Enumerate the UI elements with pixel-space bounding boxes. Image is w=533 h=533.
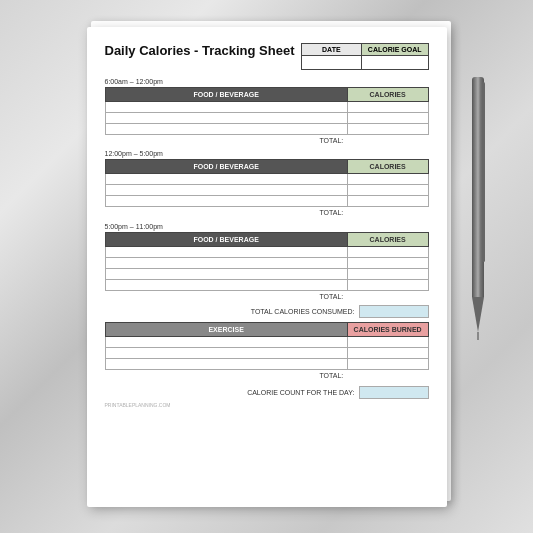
table-row (105, 123, 428, 134)
total-label-2: TOTAL: (105, 207, 347, 219)
calorie-day-label: CALORIE COUNT FOR THE DAY: (247, 389, 354, 396)
total-row-1: TOTAL: (105, 134, 428, 146)
date-value[interactable] (301, 55, 361, 69)
total-label-3: TOTAL: (105, 290, 347, 302)
total-consumed-box[interactable] (359, 305, 429, 318)
pen-nib (477, 332, 479, 340)
footer-watermark: PRINTABLEPLANNING.COM (105, 402, 429, 408)
paper-main: Daily Calories - Tracking Sheet DATE CAL… (87, 27, 447, 507)
pen-clip (482, 82, 485, 262)
table-row (105, 359, 428, 370)
time-label-3: 5:00pm – 11:00pm (105, 223, 429, 230)
table-row (105, 279, 428, 290)
table-row (105, 348, 428, 359)
exercise-total-row: TOTAL: (105, 370, 428, 382)
track-table-3: FOOD / BEVERAGE CALORIES TOTAL: (105, 232, 429, 303)
total-val-2[interactable] (347, 207, 428, 219)
page-stack: Daily Calories - Tracking Sheet DATE CAL… (87, 27, 447, 507)
track-table-1: FOOD / BEVERAGE CALORIES TOTAL: (105, 87, 429, 147)
calories-header-2: CALORIES (347, 160, 428, 174)
table-row (105, 112, 428, 123)
time-label-1: 6:00am – 12:00pm (105, 78, 429, 85)
pen-tip (472, 297, 484, 332)
date-header: DATE (301, 43, 361, 55)
track-table-2: FOOD / BEVERAGE CALORIES TOTAL: (105, 159, 429, 219)
table-row (105, 257, 428, 268)
pen (469, 77, 487, 337)
calories-header-1: CALORIES (347, 87, 428, 101)
total-row-2: TOTAL: (105, 207, 428, 219)
table-row (105, 268, 428, 279)
total-val-1[interactable] (347, 134, 428, 146)
header-table: DATE CALORIE GOAL (301, 43, 429, 70)
table-row (105, 101, 428, 112)
exercise-table: EXERCISE CALORIES BURNED TOTAL: (105, 322, 429, 382)
table-row (105, 246, 428, 257)
doc-title: Daily Calories - Tracking Sheet (105, 43, 295, 60)
food-header-1: FOOD / BEVERAGE (105, 87, 347, 101)
food-header-3: FOOD / BEVERAGE (105, 232, 347, 246)
exercise-header: EXERCISE (105, 323, 347, 337)
table-row (105, 185, 428, 196)
calorie-day-box[interactable] (359, 386, 429, 399)
food-header-2: FOOD / BEVERAGE (105, 160, 347, 174)
total-label-1: TOTAL: (105, 134, 347, 146)
calories-header-3: CALORIES (347, 232, 428, 246)
exercise-total-val[interactable] (347, 370, 428, 382)
total-consumed-row: TOTAL CALORIES CONSUMED: (105, 305, 429, 318)
calorie-goal-header: CALORIE GOAL (361, 43, 428, 55)
total-consumed-label: TOTAL CALORIES CONSUMED: (251, 308, 355, 315)
total-val-3[interactable] (347, 290, 428, 302)
burned-header: CALORIES BURNED (347, 323, 428, 337)
doc-header: Daily Calories - Tracking Sheet DATE CAL… (105, 43, 429, 70)
total-row-3: TOTAL: (105, 290, 428, 302)
calorie-day-row: CALORIE COUNT FOR THE DAY: (105, 386, 429, 399)
exercise-total-label: TOTAL: (105, 370, 347, 382)
time-label-2: 12:00pm – 5:00pm (105, 150, 429, 157)
table-row (105, 196, 428, 207)
table-row (105, 174, 428, 185)
calorie-goal-value[interactable] (361, 55, 428, 69)
table-row (105, 337, 428, 348)
